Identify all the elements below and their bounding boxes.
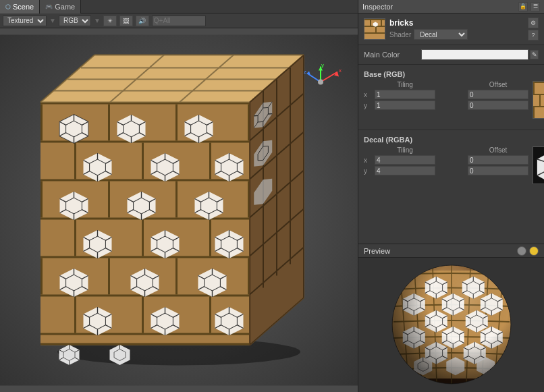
base-tiling-y-input[interactable] — [375, 101, 435, 110]
decal-texture-row: Tiling Offset x y — [358, 145, 544, 192]
scene-svg: x y z — [0, 28, 358, 392]
offset-header: Offset — [468, 81, 528, 88]
material-info: bricks Shader Decal — [389, 18, 524, 40]
preview-sphere-svg — [384, 262, 519, 387]
svg-rect-251 — [364, 39, 385, 40]
main-color-swatch[interactable] — [421, 49, 528, 60]
search-input[interactable] — [152, 16, 206, 26]
svg-rect-268 — [533, 107, 535, 119]
inspector-menu-btn[interactable]: ☰ — [531, 2, 540, 11]
svg-text:z: z — [304, 69, 306, 75]
inspector-title: Inspector — [362, 3, 518, 11]
svg-rect-247 — [364, 19, 385, 40]
preview-panel: Preview — [358, 244, 544, 392]
preview-dot-yellow[interactable] — [529, 246, 539, 256]
svg-rect-253 — [381, 20, 382, 27]
game-tab-label: Game — [55, 3, 75, 11]
color-space-select[interactable]: RGB — [59, 16, 91, 26]
base-texture-row: Tiling Offset x y — [358, 80, 544, 127]
base-offset-y-input[interactable] — [468, 101, 528, 110]
base-rgb-header: Base (RGB) — [358, 67, 544, 80]
decal-rgba-header: Decal (RGBA) — [358, 133, 544, 145]
scene-tab[interactable]: ⬡ Scene — [0, 0, 40, 13]
shader-label: Shader — [389, 31, 411, 38]
main-color-row: Main Color ✎ — [358, 48, 544, 61]
left-panel: ⬡ Scene 🎮 Game Textured ▼ RGB ▼ ☀ 🖼 🔊 — [0, 0, 358, 392]
svg-rect-250 — [364, 32, 385, 34]
base-rgb-label: Base (RGB) — [364, 70, 405, 78]
sun-btn[interactable]: ☀ — [103, 16, 117, 26]
svg-rect-256 — [533, 82, 544, 119]
material-thumbnail — [364, 18, 385, 40]
divider-2 — [358, 130, 544, 130]
decal-texture-left: Tiling Offset x y — [364, 146, 528, 175]
material-shader-row: Shader Decal — [389, 29, 524, 40]
decal-offset-y-input[interactable] — [468, 166, 528, 175]
main-color-label: Main Color — [364, 51, 421, 59]
svg-text:y: y — [321, 62, 324, 68]
svg-rect-258 — [533, 94, 544, 95]
decal-y-label: y — [364, 167, 372, 175]
base-offset-x-input[interactable] — [468, 90, 528, 99]
main-color-value: ✎ — [421, 49, 539, 60]
inspector-header-icons: 🔒 ☰ — [518, 2, 540, 11]
svg-text:x: x — [339, 67, 342, 74]
right-panel: Inspector 🔒 ☰ — [358, 0, 544, 392]
tab-bar: ⬡ Scene 🎮 Game — [0, 0, 358, 13]
shader-dropdown[interactable]: Decal — [414, 29, 468, 40]
decal-tiling-x-input[interactable] — [375, 155, 435, 165]
scene-toolbar: Textured ▼ RGB ▼ ☀ 🖼 🔊 — [0, 13, 358, 28]
divider-1 — [358, 64, 544, 65]
inspector-header: Inspector 🔒 ☰ — [358, 0, 544, 13]
material-help-btn[interactable]: ? — [528, 30, 539, 40]
preview-dot-gray[interactable] — [517, 246, 526, 256]
base-texture-left: Tiling Offset x y — [364, 81, 528, 110]
tiling-header: Tiling — [375, 81, 435, 88]
svg-rect-261 — [533, 83, 535, 95]
decal-rgba-label: Decal (RGBA) — [364, 136, 412, 144]
preview-controls — [517, 246, 539, 256]
svg-point-386 — [392, 265, 511, 384]
svg-rect-257 — [533, 82, 544, 83]
decal-offset-header: Offset — [468, 146, 528, 154]
svg-rect-259 — [533, 106, 544, 107]
inspector-body: Main Color ✎ Base (RGB) Tiling — [358, 45, 544, 244]
preview-title: Preview — [364, 247, 517, 255]
svg-rect-260 — [533, 118, 544, 119]
scene-tab-label: Scene — [13, 3, 34, 11]
scene-tab-icon: ⬡ — [5, 3, 11, 10]
image-btn[interactable]: 🖼 — [119, 16, 133, 26]
material-header-icons: ⚙ ? — [528, 18, 539, 40]
decal-texture-thumb — [533, 146, 544, 184]
audio-btn[interactable]: 🔊 — [136, 16, 149, 26]
material-name: bricks — [389, 18, 524, 28]
decal-tiling-header: Tiling — [375, 146, 435, 154]
svg-marker-236 — [250, 55, 304, 345]
inspector-lock-btn[interactable]: 🔒 — [518, 2, 528, 11]
svg-rect-265 — [539, 95, 541, 107]
scene-view: x y z — [0, 28, 358, 392]
preview-header: Preview — [358, 244, 544, 258]
preview-body — [358, 258, 544, 392]
svg-rect-252 — [370, 20, 371, 27]
material-settings-btn[interactable]: ⚙ — [528, 18, 539, 28]
decal-offset-x-input[interactable] — [468, 155, 528, 165]
main-container: ⬡ Scene 🎮 Game Textured ▼ RGB ▼ ☀ 🖼 🔊 — [0, 0, 544, 392]
material-header: bricks Shader Decal ⚙ ? — [358, 13, 544, 45]
svg-rect-254 — [375, 27, 377, 34]
eyedropper-btn[interactable]: ✎ — [530, 50, 539, 59]
game-tab[interactable]: 🎮 Game — [40, 0, 81, 13]
decal-tiling-y-input[interactable] — [375, 166, 435, 175]
base-x-label: x — [364, 91, 372, 99]
render-mode-select[interactable]: Textured — [3, 16, 47, 26]
base-y-label: y — [364, 102, 372, 109]
game-tab-icon: 🎮 — [45, 3, 53, 10]
svg-rect-248 — [364, 19, 385, 20]
base-texture-thumb — [533, 81, 544, 119]
base-tiling-x-input[interactable] — [375, 90, 435, 99]
decal-x-label: x — [364, 157, 372, 164]
svg-point-246 — [318, 80, 323, 85]
